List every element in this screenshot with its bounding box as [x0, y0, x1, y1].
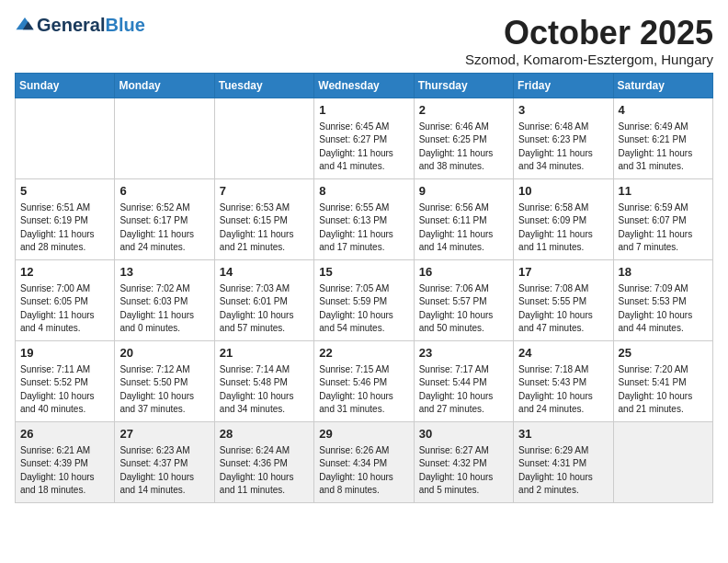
day-number: 19 [20, 345, 109, 362]
table-cell: 3Sunrise: 6:48 AMSunset: 6:23 PMDaylight… [514, 98, 613, 178]
day-info: Sunrise: 6:49 AMSunset: 6:21 PMDaylight:… [619, 121, 708, 174]
table-cell: 8Sunrise: 6:55 AMSunset: 6:13 PMDaylight… [314, 178, 414, 259]
day-info: Sunrise: 7:20 AMSunset: 5:41 PMDaylight:… [619, 363, 708, 417]
day-info: Sunrise: 6:46 AMSunset: 6:25 PMDaylight:… [419, 121, 508, 174]
day-number: 7 [220, 183, 309, 200]
day-number: 1 [319, 102, 408, 119]
day-info: Sunrise: 6:59 AMSunset: 6:07 PMDaylight:… [619, 201, 708, 255]
table-cell: 9Sunrise: 6:56 AMSunset: 6:11 PMDaylight… [414, 178, 513, 259]
logo-icon [15, 15, 35, 35]
table-cell: 22Sunrise: 7:15 AMSunset: 5:46 PMDayligh… [314, 340, 414, 421]
day-info: Sunrise: 7:15 AMSunset: 5:46 PMDaylight:… [319, 363, 408, 417]
table-cell: 1Sunrise: 6:45 AMSunset: 6:27 PMDaylight… [314, 98, 414, 178]
week-row-5: 26Sunrise: 6:21 AMSunset: 4:39 PMDayligh… [16, 421, 713, 502]
logo-general: General [37, 16, 105, 34]
day-number: 26 [20, 426, 109, 442]
day-info: Sunrise: 6:29 AMSunset: 4:31 PMDaylight:… [518, 444, 608, 498]
table-cell: 24Sunrise: 7:18 AMSunset: 5:43 PMDayligh… [514, 340, 613, 421]
day-info: Sunrise: 6:53 AMSunset: 6:15 PMDaylight:… [220, 201, 309, 255]
day-number: 2 [419, 102, 508, 119]
table-cell: 31Sunrise: 6:29 AMSunset: 4:31 PMDayligh… [514, 421, 613, 502]
day-number: 15 [319, 264, 408, 281]
calendar-body: 1Sunrise: 6:45 AMSunset: 6:27 PMDaylight… [16, 98, 713, 502]
table-cell: 26Sunrise: 6:21 AMSunset: 4:39 PMDayligh… [16, 421, 115, 502]
table-cell: 6Sunrise: 6:52 AMSunset: 6:17 PMDaylight… [115, 178, 214, 259]
table-cell: 25Sunrise: 7:20 AMSunset: 5:41 PMDayligh… [613, 340, 712, 421]
day-info: Sunrise: 7:03 AMSunset: 6:01 PMDaylight:… [220, 282, 309, 336]
day-number: 12 [20, 264, 109, 281]
table-cell: 18Sunrise: 7:09 AMSunset: 5:53 PMDayligh… [613, 259, 712, 340]
day-number: 24 [518, 345, 608, 362]
table-cell: 19Sunrise: 7:11 AMSunset: 5:52 PMDayligh… [16, 340, 115, 421]
day-number: 27 [119, 426, 209, 442]
day-info: Sunrise: 6:45 AMSunset: 6:27 PMDaylight:… [319, 121, 408, 174]
header-row: Sunday Monday Tuesday Wednesday Thursday… [16, 73, 713, 98]
day-info: Sunrise: 7:00 AMSunset: 6:05 PMDaylight:… [20, 282, 109, 336]
table-cell: 5Sunrise: 6:51 AMSunset: 6:19 PMDaylight… [16, 178, 115, 259]
table-cell: 30Sunrise: 6:27 AMSunset: 4:32 PMDayligh… [414, 421, 513, 502]
day-number: 5 [20, 183, 109, 200]
day-number: 23 [419, 345, 508, 362]
table-cell: 10Sunrise: 6:58 AMSunset: 6:09 PMDayligh… [514, 178, 613, 259]
calendar-header: Sunday Monday Tuesday Wednesday Thursday… [16, 73, 713, 98]
table-cell: 17Sunrise: 7:08 AMSunset: 5:55 PMDayligh… [514, 259, 613, 340]
day-info: Sunrise: 7:06 AMSunset: 5:57 PMDaylight:… [419, 282, 508, 336]
table-cell: 27Sunrise: 6:23 AMSunset: 4:37 PMDayligh… [115, 421, 214, 502]
day-info: Sunrise: 6:23 AMSunset: 4:37 PMDaylight:… [119, 444, 209, 498]
table-cell: 20Sunrise: 7:12 AMSunset: 5:50 PMDayligh… [115, 340, 214, 421]
table-cell: 16Sunrise: 7:06 AMSunset: 5:57 PMDayligh… [414, 259, 513, 340]
week-row-2: 5Sunrise: 6:51 AMSunset: 6:19 PMDaylight… [16, 178, 713, 259]
col-saturday: Saturday [613, 73, 712, 98]
day-info: Sunrise: 6:26 AMSunset: 4:34 PMDaylight:… [319, 444, 408, 498]
day-number: 14 [220, 264, 309, 281]
col-friday: Friday [514, 73, 613, 98]
week-row-4: 19Sunrise: 7:11 AMSunset: 5:52 PMDayligh… [16, 340, 713, 421]
table-cell: 4Sunrise: 6:49 AMSunset: 6:21 PMDaylight… [613, 98, 712, 178]
day-info: Sunrise: 6:27 AMSunset: 4:32 PMDaylight:… [419, 444, 508, 498]
day-number: 29 [319, 426, 408, 442]
location-subtitle: Szomod, Komarom-Esztergom, Hungary [465, 52, 713, 67]
day-number: 3 [518, 102, 608, 119]
day-number: 16 [419, 264, 508, 281]
table-cell: 29Sunrise: 6:26 AMSunset: 4:34 PMDayligh… [314, 421, 414, 502]
day-number: 25 [619, 345, 708, 362]
col-sunday: Sunday [16, 73, 115, 98]
day-number: 10 [518, 183, 608, 200]
logo-blue: Blue [105, 16, 144, 34]
day-info: Sunrise: 7:11 AMSunset: 5:52 PMDaylight:… [20, 363, 109, 417]
day-number: 22 [319, 345, 408, 362]
col-wednesday: Wednesday [314, 73, 414, 98]
day-info: Sunrise: 6:56 AMSunset: 6:11 PMDaylight:… [419, 201, 508, 255]
day-info: Sunrise: 6:51 AMSunset: 6:19 PMDaylight:… [20, 201, 109, 255]
table-cell: 21Sunrise: 7:14 AMSunset: 5:48 PMDayligh… [214, 340, 313, 421]
day-number: 6 [119, 183, 209, 200]
month-title: October 2025 [465, 15, 713, 52]
table-cell [16, 98, 115, 178]
day-info: Sunrise: 6:48 AMSunset: 6:23 PMDaylight:… [518, 121, 608, 174]
table-cell: 23Sunrise: 7:17 AMSunset: 5:44 PMDayligh… [414, 340, 513, 421]
day-number: 13 [119, 264, 209, 281]
day-number: 4 [619, 102, 708, 119]
day-number: 11 [619, 183, 708, 200]
table-cell [214, 98, 313, 178]
day-info: Sunrise: 7:02 AMSunset: 6:03 PMDaylight:… [119, 282, 209, 336]
col-tuesday: Tuesday [214, 73, 313, 98]
day-number: 30 [419, 426, 508, 442]
day-number: 28 [220, 426, 309, 442]
day-number: 21 [220, 345, 309, 362]
table-cell: 7Sunrise: 6:53 AMSunset: 6:15 PMDaylight… [214, 178, 313, 259]
day-number: 20 [119, 345, 209, 362]
day-info: Sunrise: 6:52 AMSunset: 6:17 PMDaylight:… [119, 201, 209, 255]
day-info: Sunrise: 7:14 AMSunset: 5:48 PMDaylight:… [220, 363, 309, 417]
day-number: 8 [319, 183, 408, 200]
day-info: Sunrise: 7:09 AMSunset: 5:53 PMDaylight:… [619, 282, 708, 336]
logo: GeneralBlue [15, 15, 145, 35]
day-number: 31 [518, 426, 608, 442]
table-cell: 13Sunrise: 7:02 AMSunset: 6:03 PMDayligh… [115, 259, 214, 340]
page-header: GeneralBlue October 2025 Szomod, Komarom… [15, 15, 713, 67]
day-info: Sunrise: 6:24 AMSunset: 4:36 PMDaylight:… [220, 444, 309, 498]
table-cell: 2Sunrise: 6:46 AMSunset: 6:25 PMDaylight… [414, 98, 513, 178]
week-row-1: 1Sunrise: 6:45 AMSunset: 6:27 PMDaylight… [16, 98, 713, 178]
table-cell: 28Sunrise: 6:24 AMSunset: 4:36 PMDayligh… [214, 421, 313, 502]
day-number: 9 [419, 183, 508, 200]
